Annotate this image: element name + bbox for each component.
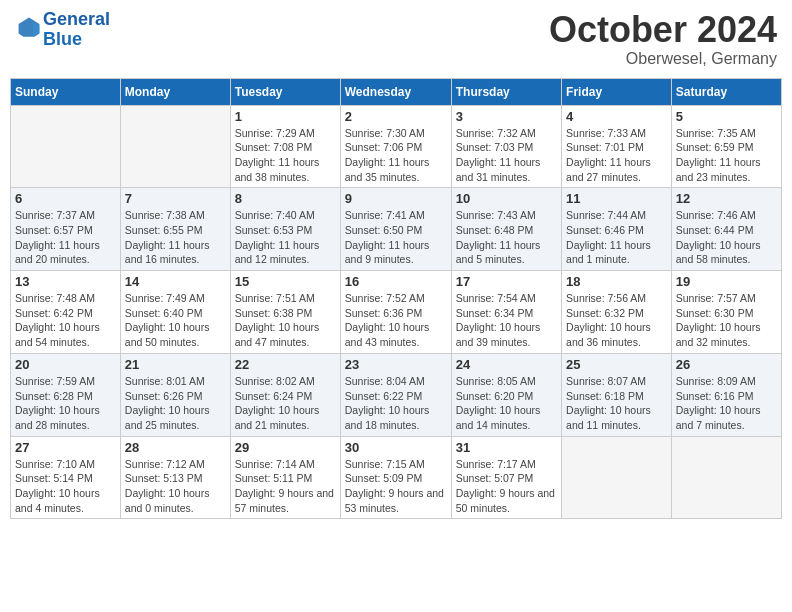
day-number: 2 [345, 109, 447, 124]
day-number: 12 [676, 191, 777, 206]
table-row: 16Sunrise: 7:52 AMSunset: 6:36 PMDayligh… [340, 271, 451, 354]
calendar-week-row: 13Sunrise: 7:48 AMSunset: 6:42 PMDayligh… [11, 271, 782, 354]
header-tuesday: Tuesday [230, 78, 340, 105]
table-row: 3Sunrise: 7:32 AMSunset: 7:03 PMDaylight… [451, 105, 561, 188]
day-number: 1 [235, 109, 336, 124]
table-row [562, 436, 672, 519]
table-row: 20Sunrise: 7:59 AMSunset: 6:28 PMDayligh… [11, 353, 121, 436]
day-info: Sunrise: 7:59 AMSunset: 6:28 PMDaylight:… [15, 374, 116, 433]
header-wednesday: Wednesday [340, 78, 451, 105]
table-row: 24Sunrise: 8:05 AMSunset: 6:20 PMDayligh… [451, 353, 561, 436]
calendar-week-row: 6Sunrise: 7:37 AMSunset: 6:57 PMDaylight… [11, 188, 782, 271]
day-number: 11 [566, 191, 667, 206]
table-row: 29Sunrise: 7:14 AMSunset: 5:11 PMDayligh… [230, 436, 340, 519]
table-row: 9Sunrise: 7:41 AMSunset: 6:50 PMDaylight… [340, 188, 451, 271]
table-row: 5Sunrise: 7:35 AMSunset: 6:59 PMDaylight… [671, 105, 781, 188]
day-info: Sunrise: 8:02 AMSunset: 6:24 PMDaylight:… [235, 374, 336, 433]
day-number: 18 [566, 274, 667, 289]
day-number: 31 [456, 440, 557, 455]
day-number: 3 [456, 109, 557, 124]
table-row: 7Sunrise: 7:38 AMSunset: 6:55 PMDaylight… [120, 188, 230, 271]
day-info: Sunrise: 7:10 AMSunset: 5:14 PMDaylight:… [15, 457, 116, 516]
day-number: 10 [456, 191, 557, 206]
day-info: Sunrise: 7:44 AMSunset: 6:46 PMDaylight:… [566, 208, 667, 267]
header-monday: Monday [120, 78, 230, 105]
table-row [120, 105, 230, 188]
table-row: 26Sunrise: 8:09 AMSunset: 6:16 PMDayligh… [671, 353, 781, 436]
day-info: Sunrise: 7:43 AMSunset: 6:48 PMDaylight:… [456, 208, 557, 267]
calendar-week-row: 20Sunrise: 7:59 AMSunset: 6:28 PMDayligh… [11, 353, 782, 436]
table-row: 27Sunrise: 7:10 AMSunset: 5:14 PMDayligh… [11, 436, 121, 519]
day-info: Sunrise: 7:49 AMSunset: 6:40 PMDaylight:… [125, 291, 226, 350]
day-info: Sunrise: 8:09 AMSunset: 6:16 PMDaylight:… [676, 374, 777, 433]
table-row [11, 105, 121, 188]
logo-text: General Blue [43, 10, 110, 50]
day-info: Sunrise: 7:57 AMSunset: 6:30 PMDaylight:… [676, 291, 777, 350]
day-info: Sunrise: 7:54 AMSunset: 6:34 PMDaylight:… [456, 291, 557, 350]
header-friday: Friday [562, 78, 672, 105]
day-info: Sunrise: 7:33 AMSunset: 7:01 PMDaylight:… [566, 126, 667, 185]
table-row: 15Sunrise: 7:51 AMSunset: 6:38 PMDayligh… [230, 271, 340, 354]
table-row: 19Sunrise: 7:57 AMSunset: 6:30 PMDayligh… [671, 271, 781, 354]
day-number: 9 [345, 191, 447, 206]
table-row: 28Sunrise: 7:12 AMSunset: 5:13 PMDayligh… [120, 436, 230, 519]
header-sunday: Sunday [11, 78, 121, 105]
day-info: Sunrise: 7:46 AMSunset: 6:44 PMDaylight:… [676, 208, 777, 267]
day-number: 6 [15, 191, 116, 206]
table-row: 18Sunrise: 7:56 AMSunset: 6:32 PMDayligh… [562, 271, 672, 354]
day-number: 4 [566, 109, 667, 124]
table-row: 30Sunrise: 7:15 AMSunset: 5:09 PMDayligh… [340, 436, 451, 519]
day-number: 13 [15, 274, 116, 289]
table-row: 25Sunrise: 8:07 AMSunset: 6:18 PMDayligh… [562, 353, 672, 436]
day-info: Sunrise: 8:04 AMSunset: 6:22 PMDaylight:… [345, 374, 447, 433]
calendar-header-row: Sunday Monday Tuesday Wednesday Thursday… [11, 78, 782, 105]
day-info: Sunrise: 7:41 AMSunset: 6:50 PMDaylight:… [345, 208, 447, 267]
table-row: 1Sunrise: 7:29 AMSunset: 7:08 PMDaylight… [230, 105, 340, 188]
day-number: 21 [125, 357, 226, 372]
day-info: Sunrise: 7:51 AMSunset: 6:38 PMDaylight:… [235, 291, 336, 350]
day-info: Sunrise: 7:48 AMSunset: 6:42 PMDaylight:… [15, 291, 116, 350]
day-info: Sunrise: 7:17 AMSunset: 5:07 PMDaylight:… [456, 457, 557, 516]
day-info: Sunrise: 7:56 AMSunset: 6:32 PMDaylight:… [566, 291, 667, 350]
table-row: 11Sunrise: 7:44 AMSunset: 6:46 PMDayligh… [562, 188, 672, 271]
table-row: 23Sunrise: 8:04 AMSunset: 6:22 PMDayligh… [340, 353, 451, 436]
day-info: Sunrise: 8:01 AMSunset: 6:26 PMDaylight:… [125, 374, 226, 433]
day-info: Sunrise: 7:38 AMSunset: 6:55 PMDaylight:… [125, 208, 226, 267]
day-number: 27 [15, 440, 116, 455]
day-info: Sunrise: 7:35 AMSunset: 6:59 PMDaylight:… [676, 126, 777, 185]
day-number: 7 [125, 191, 226, 206]
table-row: 13Sunrise: 7:48 AMSunset: 6:42 PMDayligh… [11, 271, 121, 354]
table-row: 22Sunrise: 8:02 AMSunset: 6:24 PMDayligh… [230, 353, 340, 436]
table-row: 6Sunrise: 7:37 AMSunset: 6:57 PMDaylight… [11, 188, 121, 271]
day-number: 14 [125, 274, 226, 289]
day-info: Sunrise: 7:40 AMSunset: 6:53 PMDaylight:… [235, 208, 336, 267]
day-number: 29 [235, 440, 336, 455]
day-number: 23 [345, 357, 447, 372]
day-info: Sunrise: 8:05 AMSunset: 6:20 PMDaylight:… [456, 374, 557, 433]
day-info: Sunrise: 7:30 AMSunset: 7:06 PMDaylight:… [345, 126, 447, 185]
header-saturday: Saturday [671, 78, 781, 105]
day-number: 15 [235, 274, 336, 289]
day-number: 28 [125, 440, 226, 455]
day-number: 19 [676, 274, 777, 289]
day-number: 30 [345, 440, 447, 455]
calendar-table: Sunday Monday Tuesday Wednesday Thursday… [10, 78, 782, 520]
table-row: 2Sunrise: 7:30 AMSunset: 7:06 PMDaylight… [340, 105, 451, 188]
day-number: 20 [15, 357, 116, 372]
table-row: 12Sunrise: 7:46 AMSunset: 6:44 PMDayligh… [671, 188, 781, 271]
month-title: October 2024 Oberwesel, Germany [549, 10, 777, 68]
table-row: 4Sunrise: 7:33 AMSunset: 7:01 PMDaylight… [562, 105, 672, 188]
table-row: 10Sunrise: 7:43 AMSunset: 6:48 PMDayligh… [451, 188, 561, 271]
day-number: 26 [676, 357, 777, 372]
day-info: Sunrise: 7:32 AMSunset: 7:03 PMDaylight:… [456, 126, 557, 185]
table-row [671, 436, 781, 519]
calendar-week-row: 1Sunrise: 7:29 AMSunset: 7:08 PMDaylight… [11, 105, 782, 188]
day-number: 24 [456, 357, 557, 372]
day-info: Sunrise: 7:14 AMSunset: 5:11 PMDaylight:… [235, 457, 336, 516]
calendar-week-row: 27Sunrise: 7:10 AMSunset: 5:14 PMDayligh… [11, 436, 782, 519]
table-row: 14Sunrise: 7:49 AMSunset: 6:40 PMDayligh… [120, 271, 230, 354]
day-number: 22 [235, 357, 336, 372]
day-info: Sunrise: 8:07 AMSunset: 6:18 PMDaylight:… [566, 374, 667, 433]
table-row: 8Sunrise: 7:40 AMSunset: 6:53 PMDaylight… [230, 188, 340, 271]
header-thursday: Thursday [451, 78, 561, 105]
